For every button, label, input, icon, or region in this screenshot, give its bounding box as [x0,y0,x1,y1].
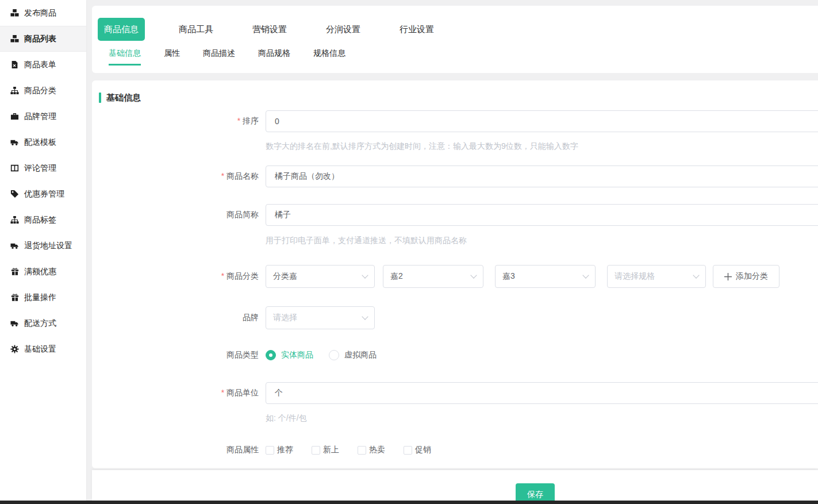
truck-icon [10,138,20,147]
sidebar-item-label: 商品列表 [24,34,56,44]
select-value: 嘉2 [390,271,403,282]
sidebar-item-label: 满额优惠 [24,267,56,277]
columns-icon [10,164,20,172]
short-name-hint: 用于打印电子面单，支付通道推送，不填默认用商品名称 [266,234,818,246]
sidebar-item-label: 商品分类 [24,86,56,96]
sort-input[interactable] [266,110,818,132]
category-select-level2[interactable]: 嘉2 [383,265,483,288]
sidebar-item-review-management[interactable]: 评论管理 [0,155,86,181]
chevron-down-icon [693,272,699,278]
main-content: 商品信息 商品工具 营销设置 分润设置 行业设置 基础信息 属性 商品描述 商品… [92,0,818,468]
add-category-button[interactable]: 添加分类 [713,265,779,288]
subtab-product-specs[interactable]: 商品规格 [258,48,290,66]
sidebar-item-coupon-management[interactable]: 优惠券管理 [0,181,86,207]
field-label-sort: 排序 [92,116,259,126]
footer-bar: 保存 [92,470,818,501]
radio-selected-icon [266,350,276,360]
sidebar-item-full-discount[interactable]: 满额优惠 [0,259,86,284]
chevron-down-icon [470,272,477,278]
subtab-spec-info[interactable]: 规格信息 [313,48,345,66]
window-bottom-bar [0,501,818,504]
field-label-brand: 品牌 [92,313,259,323]
checkbox-unchecked-icon [358,446,366,455]
spec-select[interactable]: 请选择规格 [607,265,706,288]
save-button[interactable]: 保存 [516,483,555,501]
truck-icon [10,320,20,328]
sidebar: 发布商品 商品列表 商品表单 商品分类 品牌管理 配送模板 评论管理 优惠券管理… [0,0,86,504]
checkbox-unchecked-icon [266,446,274,455]
chevron-down-icon [582,272,589,278]
checkbox-label: 促销 [415,445,431,455]
sidebar-item-product-category[interactable]: 商品分类 [0,78,86,103]
briefcase-icon [10,112,20,121]
checkbox-promotion[interactable]: 促销 [404,445,431,455]
brand-select[interactable]: 请选择 [266,306,375,329]
chevron-down-icon [362,313,368,320]
field-label-product-type: 商品类型 [92,350,259,360]
sidebar-item-label: 批量操作 [24,293,56,303]
section-accent-bar [99,93,101,103]
subtab-basic-info[interactable]: 基础信息 [109,48,141,66]
file-excel-icon [10,60,20,69]
tab-product-tools[interactable]: 商品工具 [159,18,233,41]
radio-label: 虚拟商品 [344,350,377,360]
sidebar-item-return-address-settings[interactable]: 退货地址设置 [0,233,86,259]
sidebar-item-label: 退货地址设置 [24,241,72,251]
sidebar-item-shipping-template[interactable]: 配送模板 [0,129,86,155]
checkbox-unchecked-icon [312,446,320,455]
tab-industry-settings[interactable]: 行业设置 [380,18,454,41]
sidebar-item-batch-operations[interactable]: 批量操作 [0,284,86,310]
main-tabs: 商品信息 商品工具 营销设置 分润设置 行业设置 [92,18,818,41]
sidebar-item-product-list[interactable]: 商品列表 [0,26,86,52]
category-select-level3[interactable]: 嘉3 [495,265,596,288]
sidebar-item-label: 品牌管理 [24,111,56,122]
category-select-level1[interactable]: 分类嘉 [266,265,375,288]
sidebar-item-label: 商品表单 [24,60,56,70]
sidebar-item-product-form[interactable]: 商品表单 [0,52,86,78]
sidebar-item-basic-settings[interactable]: 基础设置 [0,336,86,362]
tab-profit-sharing-settings[interactable]: 分润设置 [306,18,380,41]
tab-product-info[interactable]: 商品信息 [98,18,145,41]
checkbox-label: 推荐 [277,445,293,455]
gear-icon [10,345,20,353]
tabs-card: 商品信息 商品工具 营销设置 分润设置 行业设置 基础信息 属性 商品描述 商品… [92,6,818,73]
sidebar-item-label: 优惠券管理 [24,189,64,199]
sidebar-item-label: 基础设置 [24,344,56,355]
checkbox-hot-sale[interactable]: 热卖 [358,445,385,455]
cubes-icon [10,9,20,17]
sidebar-item-label: 商品标签 [24,215,56,225]
checkbox-label: 热卖 [369,445,385,455]
select-value: 嘉3 [502,271,515,282]
truck-icon [10,242,20,250]
subtab-product-description[interactable]: 商品描述 [203,48,235,66]
sidebar-item-label: 配送模板 [24,137,56,148]
field-label-product-name: 商品名称 [92,171,259,182]
field-label-attributes: 商品属性 [92,445,259,455]
subtab-attributes[interactable]: 属性 [164,48,180,66]
radio-virtual-product[interactable]: 虚拟商品 [329,350,377,360]
unit-input[interactable] [266,382,818,404]
field-label-category: 商品分类 [92,271,259,282]
select-value: 分类嘉 [273,271,297,282]
plus-icon [724,273,732,280]
radio-physical-product[interactable]: 实体商品 [266,350,313,360]
chevron-down-icon [362,272,368,278]
sidebar-item-shipping-method[interactable]: 配送方式 [0,310,86,336]
sidebar-item-label: 发布商品 [24,8,56,18]
sidebar-item-publish-product[interactable]: 发布商品 [0,0,86,26]
sidebar-item-brand-management[interactable]: 品牌管理 [0,103,86,129]
checkbox-recommended[interactable]: 推荐 [266,445,293,455]
tab-marketing-settings[interactable]: 营销设置 [233,18,306,41]
gift-icon [10,293,20,302]
sidebar-item-product-tags[interactable]: 商品标签 [0,207,86,233]
cubes-icon [10,34,20,43]
product-name-input[interactable] [266,166,818,187]
select-placeholder: 请选择规格 [615,271,655,282]
basic-info-form-card: 基础信息 排序 数字大的排名在前,默认排序方式为创建时间，注意：输入最大数为9位… [92,80,818,468]
sub-tabs: 基础信息 属性 商品描述 商品规格 规格信息 [109,48,818,66]
checkbox-new-arrival[interactable]: 新上 [312,445,339,455]
add-category-label: 添加分类 [736,271,768,282]
radio-unselected-icon [329,350,339,360]
section-title: 基础信息 [106,93,141,103]
short-name-input[interactable] [266,204,818,226]
